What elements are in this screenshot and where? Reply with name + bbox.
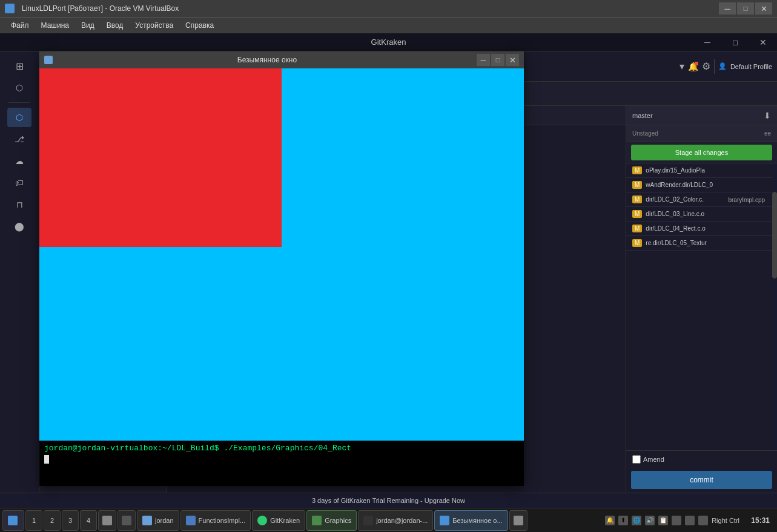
clock-area: 15:31	[744, 516, 775, 525]
vbox-close-btn[interactable]: ✕	[755, 2, 772, 15]
file-entry-4[interactable]: M dir/LDLC_03_Line.c.o	[626, 207, 777, 222]
tray-icon-1[interactable]: 🔔	[605, 516, 615, 525]
unstaged-header: Unstaged ee	[626, 125, 777, 142]
gk-profile-name: Default Profile	[730, 63, 772, 70]
file-entry-2[interactable]: M wAndRender.dir/LDLC_0	[626, 178, 777, 192]
tray-icon-4[interactable]: 🔊	[645, 516, 655, 525]
file-entry-5[interactable]: M dir/LDLC_04_Rect.c.o	[626, 222, 777, 236]
inner-titlebar: Безымянное окно ─ □ ✕	[39, 51, 524, 68]
tray-icon-7[interactable]	[685, 516, 695, 525]
inner-window-title: Безымянное окно	[58, 56, 477, 64]
badge-m-3: M	[632, 195, 642, 203]
taskbar-desktop-4[interactable]: 4	[80, 510, 97, 531]
taskbar-files-2[interactable]	[117, 510, 136, 531]
gk-remotes-btn[interactable]: ☁	[7, 151, 31, 171]
vbox-minimize-btn[interactable]: ─	[719, 2, 736, 15]
file-path-1: oPlay.dir/15_AudioPla	[646, 167, 705, 174]
trial-message: 3 days of GitKraken Trial Remaining - Up…	[312, 497, 465, 504]
vbox-titlebar: LinuxLDLPort [Работает] - Oracle VM Virt…	[0, 0, 777, 17]
desktop-2-label: 2	[50, 517, 54, 524]
vbox-header: LinuxLDLPort [Работает] - Oracle VM Virt…	[0, 0, 777, 33]
taskbar-desktop-1[interactable]: 1	[25, 510, 42, 531]
tray-icon-3[interactable]: 🌐	[632, 516, 641, 525]
file-entry-6[interactable]: M re.dir/LDLC_05_Textur	[626, 236, 777, 251]
gk-tags-btn[interactable]: 🏷	[7, 173, 31, 192]
vbox-maximize-btn[interactable]: □	[737, 2, 754, 15]
gk-chevron-down[interactable]: ▾	[679, 61, 684, 72]
gk-notifications-btn[interactable]: 🔔	[688, 62, 698, 71]
menu-file[interactable]: Файл	[5, 20, 35, 31]
taskbar-folder[interactable]	[509, 510, 527, 531]
badge-m-2: M	[632, 181, 642, 189]
bezymyannoe-icon	[440, 516, 449, 525]
commit-btn[interactable]: commit	[631, 471, 772, 489]
terminal-area: jordan@jordan-virtualbox:~/LDL_Build$ ./…	[39, 441, 524, 486]
menu-machine[interactable]: Машина	[35, 20, 75, 31]
stage-all-btn[interactable]: Stage all changes	[631, 145, 772, 160]
gk-restore-btn[interactable]: ◻	[721, 33, 749, 51]
toolbar-divider	[714, 59, 715, 74]
desktop-3-label: 3	[68, 517, 72, 524]
gk-workspace-btn[interactable]: ⊞	[7, 56, 31, 76]
bezymyannoe-label: Безымянное о...	[452, 517, 502, 524]
taskbar-gitkraken[interactable]: GitKraken	[252, 510, 305, 531]
canvas-display-area	[39, 68, 524, 441]
taskbar-terminal[interactable]: jordan@jordan-...	[358, 510, 433, 531]
gitkraken-icon	[257, 516, 267, 525]
vbox-title: LinuxLDLPort [Работает] - Oracle VM Virt…	[22, 4, 715, 13]
inner-maximize-btn[interactable]: □	[491, 54, 504, 66]
tray-icon-2[interactable]: ⬆	[618, 516, 628, 525]
jordan-icon	[142, 516, 152, 525]
taskbar-desktop-2[interactable]: 2	[44, 510, 61, 531]
gk-settings-btn[interactable]: ⚙	[702, 61, 710, 72]
taskbar-system-logo[interactable]	[2, 510, 24, 531]
menu-help[interactable]: Справка	[179, 20, 220, 31]
files-2-icon	[122, 516, 131, 525]
taskbar-files-1[interactable]	[98, 510, 116, 531]
file-path-4: dir/LDLC_03_Line.c.o	[646, 211, 704, 217]
gk-repo-btn[interactable]: ⬡	[7, 78, 31, 97]
graphics-icon	[312, 516, 322, 525]
amend-checkbox[interactable]	[632, 455, 641, 464]
taskbar: 1 2 3 4 jordan FunctionsImpl... GitKrake…	[0, 508, 777, 532]
gk-minimize-btn[interactable]: ─	[693, 33, 721, 51]
gk-profile-icon: 👤	[718, 62, 727, 70]
tray-icon-8[interactable]	[698, 516, 708, 525]
desktop-4-label: 4	[87, 517, 90, 524]
vbox-menubar: Файл Машина Вид Ввод Устройства Справка	[0, 17, 777, 33]
file-entry-1[interactable]: M oPlay.dir/15_AudioPla	[626, 163, 777, 178]
gk-commits-btn[interactable]: ⬡	[7, 108, 31, 127]
tray-icon-6[interactable]	[672, 516, 681, 525]
menu-devices[interactable]: Устройства	[129, 20, 179, 31]
menu-view[interactable]: Вид	[75, 20, 101, 31]
inner-minimize-btn[interactable]: ─	[477, 54, 490, 66]
branch-header: master ⬇	[626, 106, 777, 125]
scroll-thumb[interactable]	[772, 192, 777, 278]
system-logo-icon	[8, 516, 18, 525]
gk-submodules-btn[interactable]: ⊓	[7, 195, 31, 214]
tray-icon-5[interactable]: 📋	[658, 516, 668, 525]
file-path-3: dir/LDLC_02_Color.c.	[646, 196, 704, 203]
gk-github-btn[interactable]: ⬤	[7, 217, 31, 236]
gk-left-sidebar: ⊞ ⬡ ⬡ ⎇ ☁ 🏷 ⊓ ⬤	[0, 51, 39, 508]
desktop-1-label: 1	[32, 517, 36, 524]
taskbar-desktop-3[interactable]: 3	[62, 510, 79, 531]
menu-input[interactable]: Ввод	[101, 20, 130, 31]
download-btn[interactable]: ⬇	[764, 111, 771, 120]
gk-title-winbtns: ─ ◻ ✕	[693, 33, 777, 51]
gk-branches-btn[interactable]: ⎇	[7, 130, 31, 149]
file-list-scrollbar[interactable]	[772, 163, 777, 450]
taskbar-jordan[interactable]: jordan	[137, 510, 179, 531]
clock-time: 15:31	[751, 516, 770, 525]
file-path-6: re.dir/LDLC_05_Textur	[646, 240, 707, 246]
file-path-5: dir/LDLC_04_Rect.c.o	[646, 225, 705, 232]
badge-m-4: M	[632, 210, 642, 218]
sidebar-divider-1	[8, 102, 30, 103]
inner-close-btn[interactable]: ✕	[506, 54, 519, 66]
unstaged-label: Unstaged	[632, 130, 658, 137]
taskbar-functions[interactable]: FunctionsImpl...	[180, 510, 251, 531]
gk-close-btn[interactable]: ✕	[749, 33, 777, 51]
terminal-cursor	[44, 455, 49, 464]
taskbar-bezymyannoe[interactable]: Безымянное о...	[434, 510, 508, 531]
taskbar-graphics[interactable]: Graphics	[306, 510, 357, 531]
